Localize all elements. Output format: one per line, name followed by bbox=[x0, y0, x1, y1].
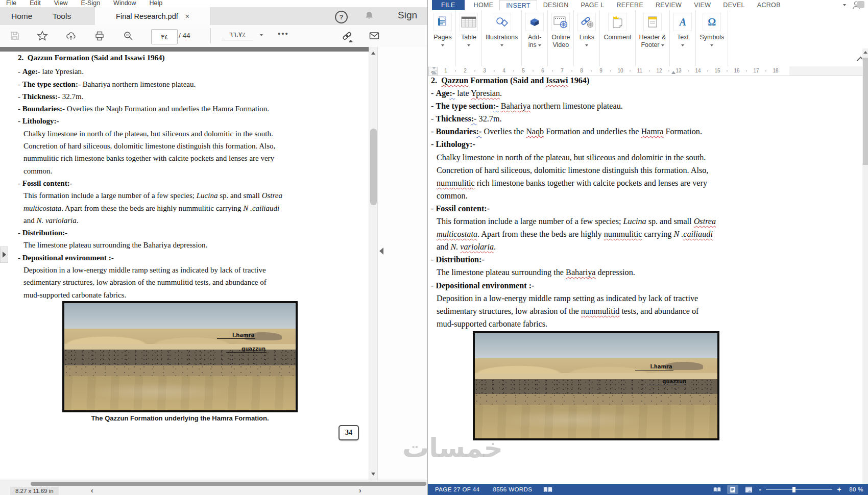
close-icon[interactable]: × bbox=[185, 12, 189, 20]
symbols-icon: Ω bbox=[703, 13, 721, 31]
ruler-mark: 12 bbox=[649, 66, 669, 76]
word-count-status[interactable]: 8556 WORDS bbox=[493, 486, 532, 492]
photo-mid-band bbox=[64, 365, 296, 377]
doc-line: multicostata. Apart from these the beds … bbox=[18, 202, 334, 214]
ribbon-tab-refere[interactable]: REFERE bbox=[611, 0, 650, 10]
pdf-vertical-scrollbar[interactable] bbox=[369, 47, 378, 480]
menu-file[interactable]: File bbox=[6, 0, 16, 7]
ribbon-tab-devel[interactable]: DEVEL bbox=[717, 0, 751, 10]
horizontal-ruler[interactable]: ⌐ 123456789101112131415161718 bbox=[428, 66, 863, 76]
zoom-slider-thumb[interactable] bbox=[792, 487, 795, 492]
help-icon[interactable]: ? bbox=[335, 11, 348, 23]
horizontal-scrollbar-thumb[interactable] bbox=[31, 482, 426, 486]
web-layout-icon[interactable] bbox=[743, 485, 754, 494]
doc-line: - The type section:- Bahariya northern l… bbox=[431, 100, 788, 113]
acrobat-tools-tab[interactable]: Tools bbox=[53, 7, 71, 25]
doc-line: - Lithology:- bbox=[431, 138, 788, 151]
doc-line: multicostata. Apart from these the beds … bbox=[431, 228, 788, 241]
photo-foreground bbox=[64, 376, 296, 410]
word-vertical-scrollbar[interactable] bbox=[862, 48, 868, 484]
zoom-level-field[interactable]: ٦٦,٧٪ bbox=[222, 31, 253, 40]
more-options-icon[interactable]: ••• bbox=[278, 29, 289, 38]
ribbon-button-video[interactable]: OnlineVideo bbox=[551, 11, 570, 49]
word-photo-qazzun-formation[interactable]: l.hamra quazzun bbox=[473, 331, 719, 440]
proofing-status-icon[interactable] bbox=[543, 486, 552, 493]
hscroll-left-icon[interactable]: ‹ bbox=[91, 486, 93, 494]
chevron-down-icon bbox=[710, 44, 713, 46]
star-icon[interactable] bbox=[37, 30, 48, 41]
ruler-mark: 6 bbox=[533, 66, 552, 76]
menu-e-sign[interactable]: E-Sign bbox=[81, 0, 101, 7]
notifications-bell-icon[interactable] bbox=[364, 10, 375, 21]
menu-view[interactable]: View bbox=[54, 0, 68, 7]
zoom-slider[interactable] bbox=[766, 489, 832, 490]
ribbon-button-links[interactable]: Links bbox=[577, 11, 596, 49]
illustrations-icon bbox=[493, 13, 511, 31]
zoom-in-button[interactable]: + bbox=[837, 485, 841, 494]
ribbon-button-text[interactable]: AText bbox=[673, 11, 692, 49]
acrobat-home-tab[interactable]: Home bbox=[11, 7, 32, 25]
ribbon-button-addins[interactable]: Add-ins bbox=[525, 11, 544, 49]
ribbon-tab-acrob[interactable]: ACROB bbox=[751, 0, 787, 10]
share-cloud-icon[interactable] bbox=[65, 30, 77, 41]
chevron-down-icon[interactable] bbox=[260, 34, 263, 36]
ribbon-button-headerfooter[interactable]: Header &Footer bbox=[639, 11, 666, 49]
save-icon[interactable] bbox=[9, 30, 20, 41]
doc-line: - Fossil content:- bbox=[18, 177, 334, 189]
ruler-mark: 3 bbox=[475, 66, 494, 76]
menu-window[interactable]: Window bbox=[113, 0, 136, 7]
ribbon-group-addins: Add-ins bbox=[522, 10, 548, 66]
search-icon[interactable] bbox=[123, 30, 134, 41]
ribbon-button-label: Header & bbox=[639, 34, 666, 41]
right-indent-marker[interactable] bbox=[671, 71, 676, 74]
word-document-canvas[interactable]: 2. Qazzun Formation (Said and Issawi 196… bbox=[428, 76, 862, 484]
scrollbar-thumb[interactable] bbox=[370, 129, 377, 205]
doc-line: The limestone plateau surrounding the Ba… bbox=[431, 266, 788, 279]
menu-help[interactable]: Help bbox=[150, 0, 163, 7]
chevron-down-icon bbox=[661, 44, 664, 46]
photo-label-hamra: l.hamra bbox=[217, 332, 255, 339]
ribbon-button-comment[interactable]: Comment bbox=[604, 11, 631, 41]
word-text-block[interactable]: 2. Qazzun Formation (Said and Issawi 196… bbox=[431, 76, 788, 331]
ribbon-tab-review[interactable]: REVIEW bbox=[649, 0, 688, 10]
link-icon[interactable] bbox=[341, 30, 354, 41]
ribbon-button-table[interactable]: Table bbox=[460, 11, 478, 49]
ruler-mark: 1 bbox=[436, 66, 455, 76]
ribbon-tab-file[interactable]: FILE bbox=[432, 0, 465, 10]
page-size-indicator: 8.27 x 11.69 in bbox=[10, 487, 59, 495]
expand-panel-tab[interactable] bbox=[0, 246, 8, 263]
ribbon-group-text: AText bbox=[670, 10, 696, 66]
chevron-down-icon[interactable] bbox=[843, 4, 846, 6]
ribbon-button-label: Online bbox=[551, 34, 570, 41]
ribbon-tab-insert[interactable]: INSERT bbox=[499, 0, 537, 10]
email-icon[interactable] bbox=[369, 30, 380, 41]
menu-edit[interactable]: Edit bbox=[30, 0, 41, 7]
ribbon-button-illustrations[interactable]: Illustrations bbox=[486, 11, 518, 49]
scroll-down-icon[interactable] bbox=[371, 473, 375, 476]
page-count-status[interactable]: PAGE 27 OF 44 bbox=[435, 486, 479, 492]
ribbon-button-symbols[interactable]: ΩSymbols bbox=[700, 11, 724, 49]
zoom-out-button[interactable]: - bbox=[759, 485, 761, 494]
scrollbar-thumb[interactable] bbox=[863, 58, 868, 165]
read-mode-icon[interactable] bbox=[711, 485, 722, 494]
ribbon-tab-design[interactable]: DESIGN bbox=[537, 0, 575, 10]
sign-in-label[interactable]: Sign bbox=[398, 10, 417, 21]
chevron-down-icon bbox=[467, 44, 470, 46]
print-icon[interactable] bbox=[94, 30, 105, 41]
print-layout-icon[interactable] bbox=[727, 485, 738, 494]
ribbon-tab-view[interactable]: VIEW bbox=[688, 0, 717, 10]
scroll-up-icon[interactable] bbox=[371, 52, 375, 55]
photo-foreground bbox=[475, 405, 717, 438]
ribbon-group-comment: CommentComments bbox=[600, 10, 635, 66]
acrobat-document-tab[interactable]: Final Research.pdf × bbox=[95, 7, 211, 25]
window-control-partial bbox=[857, 1, 864, 8]
acrobat-window: FileEditViewE-SignWindowHelp Home Tools … bbox=[0, 0, 427, 495]
page-number-input[interactable] bbox=[151, 29, 178, 44]
scroll-up-icon[interactable] bbox=[863, 51, 867, 54]
hscroll-right-icon[interactable]: › bbox=[359, 486, 361, 494]
ribbon-tab-page-l[interactable]: PAGE L bbox=[574, 0, 610, 10]
ribbon-button-pages[interactable]: Pages bbox=[433, 11, 452, 49]
zoom-percentage[interactable]: 80 % bbox=[846, 486, 863, 492]
ribbon-tab-home[interactable]: HOME bbox=[468, 0, 500, 10]
collapse-pane-left-icon[interactable] bbox=[379, 247, 383, 255]
